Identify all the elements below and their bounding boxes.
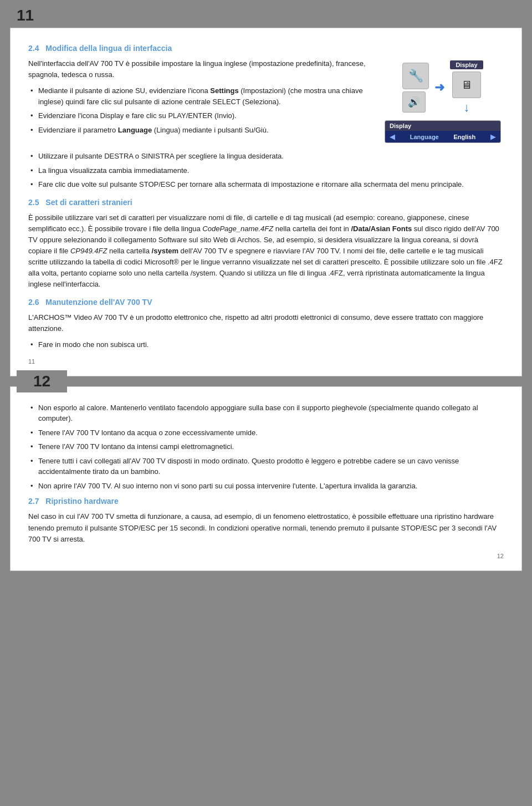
page-12-number: 12 [17,370,67,392]
section-24-text: Nell'interfaccia dell'AV 700 TV è possib… [28,58,372,143]
section-27-title: 2.7 Ripristino hardware [28,497,504,506]
section-26-intro: L'ARCHOS™ Video AV 700 TV è un prodotto … [28,312,504,334]
display-menu: Display ◀ Language English ▶ [385,120,501,143]
bullet-4: Utilizzare il pulsante DESTRA o SINISTRA… [28,151,504,162]
section-25-body: È possibile utilizzare vari set di carat… [28,212,504,290]
p12-bullet-1: Non esporlo al calore. Mantenerlo ventil… [28,402,504,424]
display-menu-header: Display [385,121,500,131]
language-label: Language [410,134,439,140]
p12-bullet-5: Non aprire l'AV 700 TV. Al suo interno n… [28,481,504,492]
volume-icon: 🔊 [408,96,420,108]
diagram-row-1: 🔧 🔊 ➜ Display 🖥 ↓ [402,60,483,115]
arrow-down-icon: ↓ [464,100,470,115]
p12-bullet-4: Tenere tutti i cavi collegati all'AV 700… [28,456,504,477]
bullet-5: La lingua visualizzata cambia immediatam… [28,165,504,176]
section-26-bullet-1: Fare in modo che non subisca urti. [28,339,504,350]
settings-icons: 🔧 🔊 [402,63,429,113]
language-value: English [453,134,475,140]
arrow-right-icon: ➜ [434,80,444,95]
page-12-bullets: Non esporlo al calore. Mantenerlo ventil… [28,402,504,492]
section-24-intro: Nell'interfaccia dell'AV 700 TV è possib… [28,58,372,80]
section-26-title: 2.6 Manutenzione dell'AV 700 TV [28,298,504,307]
section-24-bullets: Mediante il pulsante di azione SU, evide… [28,85,372,135]
bullet-1: Mediante il pulsante di azione SU, evide… [28,85,372,107]
section-26: 2.6 Manutenzione dell'AV 700 TV L'ARCHOS… [28,298,504,350]
p12-bullet-2: Tenere l'AV 700 TV lontano da acqua o zo… [28,427,504,438]
section-27-body: Nel caso in cui l'AV 700 TV smetta di fu… [28,511,504,544]
display-right: Display 🖥 ↓ [450,60,483,115]
bullet-3: Evidenziare il parametro Language (Lingu… [28,125,372,136]
settings-icon-box: 🔧 [402,63,429,89]
page-11-content: 2.4 Modifica della lingua di interfaccia… [10,28,522,376]
bullet-2: Evidenziare l'icona Display e fare clic … [28,110,372,121]
wrench-icon: 🔧 [408,69,423,83]
page-11-footer: 11 [28,358,504,365]
section-24-top: Nell'interfaccia dell'AV 700 TV è possib… [28,58,504,143]
diagram-area: 🔧 🔊 ➜ Display 🖥 ↓ [382,58,504,143]
page-11-number: 11 [0,0,532,28]
page-12-footer: 12 [28,553,504,559]
bottom-spacer [0,571,532,582]
volume-icon-box: 🔊 [402,91,426,113]
section-25-title: 2.5 Set di caratteri stranieri [28,198,504,207]
page-wrapper: 11 2.4 Modifica della lingua di interfac… [0,0,532,582]
section-26-bullets: Fare in modo che non subisca urti. [28,339,504,350]
left-arrow-icon: ◀ [390,132,395,141]
right-arrow-icon: ▶ [490,132,496,141]
display-icon-box: 🖥 [452,72,481,98]
section-24-title: 2.4 Modifica della lingua di interfaccia [28,44,504,53]
section-24: 2.4 Modifica della lingua di interfaccia… [28,44,504,190]
bullet-6: Fare clic due volte sul pulsante STOP/ES… [28,179,504,190]
section-24-bullets-2: Utilizzare il pulsante DESTRA o SINISTRA… [28,151,504,190]
page-12-content: Non esporlo al calore. Mantenerlo ventil… [10,386,522,571]
monitor-icon: 🖥 [461,79,472,91]
page-divider: 12 [0,376,532,386]
section-27: 2.7 Ripristino hardware Nel caso in cui … [28,497,504,544]
p12-bullet-3: Tenere l'AV 700 TV lontano da intensi ca… [28,441,504,452]
section-25: 2.5 Set di caratteri stranieri È possibi… [28,198,504,290]
display-label: Display [450,60,483,69]
display-menu-language-row: ◀ Language English ▶ [385,131,500,142]
